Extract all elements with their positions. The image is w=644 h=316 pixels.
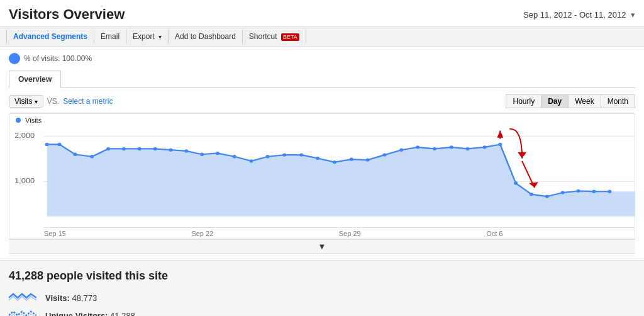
visits-pct-row: % of visits: 100.00% <box>9 53 635 64</box>
svg-point-39 <box>608 190 611 193</box>
scrollbar-handle-icon: ▼ <box>318 242 326 251</box>
svg-point-32 <box>498 143 502 146</box>
time-btn-month[interactable]: Month <box>601 94 635 108</box>
x-label-sep15: Sep 15 <box>44 230 66 237</box>
toolbar-item-export[interactable]: Export ▾ <box>126 30 169 43</box>
svg-point-34 <box>530 193 533 196</box>
svg-point-12 <box>169 149 172 152</box>
x-label-sep29: Sep 29 <box>339 230 361 237</box>
chart-dot-icon <box>16 118 21 123</box>
svg-text:2,000: 2,000 <box>14 132 35 140</box>
tab-bar: Overview <box>9 71 635 88</box>
header-bar: Visitors Overview Sep 11, 2012 - Oct 11,… <box>0 0 644 27</box>
chart-svg: 2,000 1,000 <box>9 128 635 225</box>
svg-point-25 <box>382 153 386 156</box>
svg-point-10 <box>138 147 142 150</box>
date-range-arrow-icon: ▾ <box>631 10 635 20</box>
svg-point-38 <box>592 190 596 193</box>
beta-badge: BETA <box>281 33 299 41</box>
time-buttons: Hourly Day Week Month <box>506 94 635 108</box>
visits-wavy-icon <box>9 291 36 304</box>
metric-button[interactable]: Visits ▾ <box>9 95 43 108</box>
toolbar: Advanced Segments Email Export ▾ Add to … <box>0 27 644 47</box>
toolbar-item-advanced-segments[interactable]: Advanced Segments <box>6 30 94 43</box>
scrollbar-area[interactable]: ▼ <box>9 239 635 254</box>
vs-text: VS. <box>47 97 59 106</box>
svg-point-26 <box>399 149 403 152</box>
svg-point-11 <box>153 147 157 150</box>
stat-row-visits: Visits: 48,773 <box>9 291 635 304</box>
export-dropdown-icon: ▾ <box>158 33 162 40</box>
svg-point-17 <box>250 159 253 162</box>
time-btn-day[interactable]: Day <box>541 94 569 108</box>
date-range-text: Sep 11, 2012 - Oct 11, 2012 <box>523 10 626 20</box>
svg-point-15 <box>216 152 219 155</box>
svg-point-27 <box>416 145 419 149</box>
svg-marker-44 <box>518 152 526 159</box>
svg-point-9 <box>122 147 126 150</box>
stat-row-unique-visitors: Unique Visitors: 41,288 <box>9 309 635 316</box>
svg-point-21 <box>316 157 319 160</box>
unique-visitors-wavy-icon <box>9 309 36 316</box>
metric-selector: Visits ▾ VS. Select a metric <box>9 95 113 108</box>
svg-point-20 <box>299 153 303 156</box>
x-axis: Sep 15 Sep 22 Sep 29 Oct 6 <box>44 227 635 239</box>
svg-point-5 <box>58 143 62 146</box>
pct-icon <box>9 53 20 64</box>
time-btn-week[interactable]: Week <box>568 94 601 108</box>
svg-point-8 <box>106 147 110 150</box>
svg-point-36 <box>561 191 565 194</box>
svg-point-22 <box>333 161 336 164</box>
metric-dropdown-icon: ▾ <box>35 98 38 105</box>
svg-point-23 <box>350 158 353 161</box>
svg-text:1,000: 1,000 <box>14 177 35 185</box>
svg-point-29 <box>450 145 453 149</box>
stat-visits-label: Visits: 48,773 <box>45 293 97 303</box>
svg-marker-43 <box>529 182 538 188</box>
x-label-oct6: Oct 6 <box>486 230 502 237</box>
toolbar-item-email[interactable]: Email <box>94 30 126 43</box>
svg-point-6 <box>73 153 77 156</box>
svg-point-13 <box>184 149 188 152</box>
visits-pct-text: % of visits: 100.00% <box>24 54 92 63</box>
toolbar-item-add-to-dashboard[interactable]: Add to Dashboard <box>169 30 243 43</box>
page-title: Visitors Overview <box>9 6 125 23</box>
svg-point-14 <box>200 153 204 156</box>
select-metric-link[interactable]: Select a metric <box>63 97 113 106</box>
toolbar-item-shortcut[interactable]: Shortcut BETA <box>243 30 306 43</box>
svg-point-28 <box>433 147 436 150</box>
date-range[interactable]: Sep 11, 2012 - Oct 11, 2012 ▾ <box>523 10 635 20</box>
tab-overview[interactable]: Overview <box>9 71 61 88</box>
svg-point-19 <box>282 153 286 156</box>
svg-point-31 <box>482 145 486 149</box>
svg-point-4 <box>45 143 49 146</box>
svg-point-16 <box>233 155 236 158</box>
svg-point-33 <box>514 181 518 184</box>
chart-controls: Visits ▾ VS. Select a metric Hourly Day … <box>9 94 635 108</box>
summary-section: 41,288 people visited this site Visits: … <box>0 260 644 316</box>
time-btn-hourly[interactable]: Hourly <box>506 94 541 108</box>
summary-title: 41,288 people visited this site <box>9 269 635 283</box>
svg-point-24 <box>366 158 370 161</box>
content-area: % of visits: 100.00% Overview Visits ▾ V… <box>0 47 644 260</box>
stat-unique-visitors-label: Unique Visitors: 41,288 <box>45 311 135 317</box>
svg-point-30 <box>466 147 470 150</box>
svg-point-18 <box>266 155 270 158</box>
chart-container: Visits 2,000 1,000 <box>9 113 635 239</box>
svg-point-37 <box>577 189 580 193</box>
svg-point-35 <box>545 195 549 198</box>
chart-series-label: Visits <box>9 114 635 125</box>
x-label-sep22: Sep 22 <box>191 230 213 237</box>
svg-point-7 <box>90 155 94 158</box>
svg-marker-41 <box>497 130 503 137</box>
